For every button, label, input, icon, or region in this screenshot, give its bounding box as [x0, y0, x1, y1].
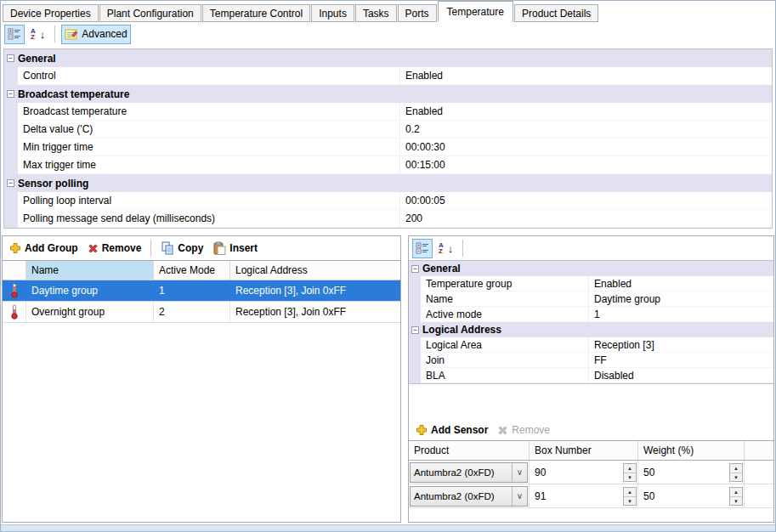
copy-group-button[interactable]: Copy — [157, 239, 207, 258]
chevron-down-icon[interactable]: ∨ — [512, 487, 527, 506]
property-row-active-mode[interactable]: Active mode 1 — [409, 307, 773, 322]
property-value[interactable]: Daytime group — [589, 291, 773, 307]
property-name: Max trigger time — [18, 156, 400, 174]
chevron-down-icon[interactable]: ∨ — [512, 463, 527, 482]
property-value[interactable]: 00:00:05 — [400, 192, 772, 210]
sensor-row-1[interactable]: Antumbra2 (0xFD) ∨ 90 ▲▼ 50 ▲▼ — [409, 461, 773, 484]
property-value[interactable]: 200 — [400, 210, 772, 228]
group-detail-panel: AZ ↓ − General Temperature group Enabled — [408, 235, 774, 523]
category-sensor-polling[interactable]: − Sensor polling — [4, 174, 772, 192]
name-column-header[interactable]: Name — [26, 261, 154, 280]
sort-alphabetical-button[interactable]: AZ ↓ — [27, 25, 48, 44]
category-label: Sensor polling — [18, 178, 88, 190]
spin-down-icon[interactable]: ▼ — [730, 497, 742, 506]
spinner-control[interactable]: ▲▼ — [623, 487, 637, 506]
tab-tasks[interactable]: Tasks — [355, 4, 397, 22]
logical-address-column-header[interactable]: Logical Address — [230, 261, 400, 280]
spin-down-icon[interactable]: ▼ — [624, 473, 636, 482]
weight-value: 50 — [643, 490, 654, 502]
tab-ports[interactable]: Ports — [398, 4, 437, 22]
spin-up-icon[interactable]: ▲ — [624, 464, 636, 473]
property-value[interactable]: Enabled — [400, 103, 772, 121]
tab-temperature[interactable]: Temperature — [438, 1, 513, 22]
product-dropdown[interactable]: Antumbra2 (0xFD) ∨ — [410, 486, 528, 507]
property-name: Name — [421, 291, 589, 307]
spin-down-icon[interactable]: ▼ — [624, 497, 636, 506]
weight-field[interactable]: 50 ▲▼ — [639, 486, 743, 507]
property-row-control[interactable]: Control Enabled — [4, 67, 772, 85]
category-general[interactable]: − General — [409, 261, 773, 276]
sensors-toolbar: Add Sensor Remove — [409, 420, 773, 440]
property-row-polling-message-send-delay[interactable]: Polling message send delay (milliseconds… — [4, 210, 772, 228]
box-number-field[interactable]: 90 ▲▼ — [530, 462, 637, 483]
category-logical-address[interactable]: − Logical Address — [409, 322, 773, 337]
categorize-button[interactable] — [4, 25, 25, 44]
spin-up-icon[interactable]: ▲ — [624, 488, 636, 497]
group-row-daytime[interactable]: Daytime group 1 Reception [3], Join 0xFF — [3, 280, 400, 302]
application-window: Device Properties Plant Configuration Te… — [0, 0, 776, 532]
property-value[interactable]: Reception [3] — [589, 337, 773, 353]
property-row-name[interactable]: Name Daytime group — [409, 291, 773, 307]
product-dropdown[interactable]: Antumbra2 (0xFD) ∨ — [410, 462, 528, 483]
categorize-button[interactable] — [412, 239, 433, 258]
weight-field[interactable]: 50 ▲▼ — [639, 462, 743, 483]
property-row-min-trigger-time[interactable]: Min trigger time 00:00:30 — [4, 139, 772, 156]
spin-up-icon[interactable]: ▲ — [730, 488, 742, 497]
add-group-button[interactable]: Add Group — [6, 239, 82, 258]
tab-temperature-control[interactable]: Temperature Control — [202, 4, 310, 22]
category-broadcast-temperature[interactable]: − Broadcast temperature — [4, 85, 772, 103]
remove-group-button[interactable]: Remove — [84, 239, 145, 258]
property-row-temperature-group[interactable]: Temperature group Enabled — [409, 276, 773, 291]
add-sensor-button[interactable]: Add Sensor — [412, 421, 491, 440]
group-name: Overnight group — [26, 302, 154, 322]
collapse-toggle-icon[interactable]: − — [7, 179, 14, 187]
collapse-toggle-icon[interactable]: − — [411, 265, 419, 273]
spinner-control[interactable]: ▲▼ — [623, 463, 637, 482]
property-row-logical-area[interactable]: Logical Area Reception [3] — [409, 337, 773, 353]
spin-up-icon[interactable]: ▲ — [730, 464, 742, 473]
property-value[interactable]: FF — [589, 353, 773, 368]
property-value[interactable]: Enabled — [589, 276, 773, 291]
product-column-header[interactable]: Product — [409, 441, 530, 460]
sensor-row-2[interactable]: Antumbra2 (0xFD) ∨ 91 ▲▼ 50 ▲▼ — [409, 484, 773, 508]
insert-group-button[interactable]: Insert — [209, 239, 261, 258]
tab-inputs[interactable]: Inputs — [311, 4, 354, 22]
box-number-column-header[interactable]: Box Number — [530, 441, 638, 460]
property-row-delta-value[interactable]: Delta value ('C) 0.2 — [4, 121, 772, 139]
property-row-bla[interactable]: BLA Disabled — [409, 368, 773, 383]
weight-column-header[interactable]: Weight (%) — [638, 441, 745, 460]
property-value[interactable]: 1 — [589, 307, 773, 322]
tab-device-properties[interactable]: Device Properties — [3, 4, 99, 22]
property-row-polling-loop-interval[interactable]: Polling loop interval 00:00:05 — [4, 192, 772, 210]
icon-column-header[interactable] — [3, 261, 26, 280]
spinner-control[interactable]: ▲▼ — [729, 463, 743, 482]
advanced-button[interactable]: Advanced — [61, 25, 130, 44]
sort-alphabetical-button[interactable]: AZ ↓ — [435, 239, 456, 258]
property-row-join[interactable]: Join FF — [409, 353, 773, 368]
active-mode-column-header[interactable]: Active Mode — [154, 261, 230, 280]
property-row-max-trigger-time[interactable]: Max trigger time 00:15:00 — [4, 156, 772, 174]
property-value[interactable]: 0.2 — [400, 121, 772, 139]
category-general[interactable]: − General — [4, 49, 772, 67]
property-value[interactable]: 00:00:30 — [400, 139, 772, 156]
groups-table-header: Name Active Mode Logical Address — [3, 261, 400, 280]
box-number-field[interactable]: 91 ▲▼ — [530, 486, 637, 507]
tab-plant-configuration[interactable]: Plant Configuration — [99, 4, 201, 22]
tab-product-details[interactable]: Product Details — [514, 4, 598, 22]
collapse-toggle-icon[interactable]: − — [7, 90, 14, 98]
property-value[interactable]: Disabled — [589, 368, 773, 383]
collapse-toggle-icon[interactable]: − — [411, 326, 419, 334]
property-value[interactable]: 00:15:00 — [400, 156, 772, 174]
spinner-control[interactable]: ▲▼ — [729, 487, 743, 506]
spin-down-icon[interactable]: ▼ — [730, 473, 742, 482]
collapse-toggle-icon[interactable]: − — [7, 54, 14, 62]
group-row-overnight[interactable]: Overnight group 2 Reception [3], Join 0x… — [3, 302, 400, 323]
insert-group-label: Insert — [229, 242, 258, 254]
property-value[interactable]: Enabled — [400, 67, 772, 85]
remove-sensor-button[interactable]: Remove — [494, 421, 553, 440]
sort-down-arrow-icon: ↓ — [40, 29, 46, 40]
thermometer-icon — [10, 304, 19, 320]
property-row-broadcast-temperature[interactable]: Broadcast temperature Enabled — [4, 103, 772, 121]
category-label: Logical Address — [422, 324, 501, 336]
sort-down-arrow-icon: ↓ — [448, 243, 454, 254]
